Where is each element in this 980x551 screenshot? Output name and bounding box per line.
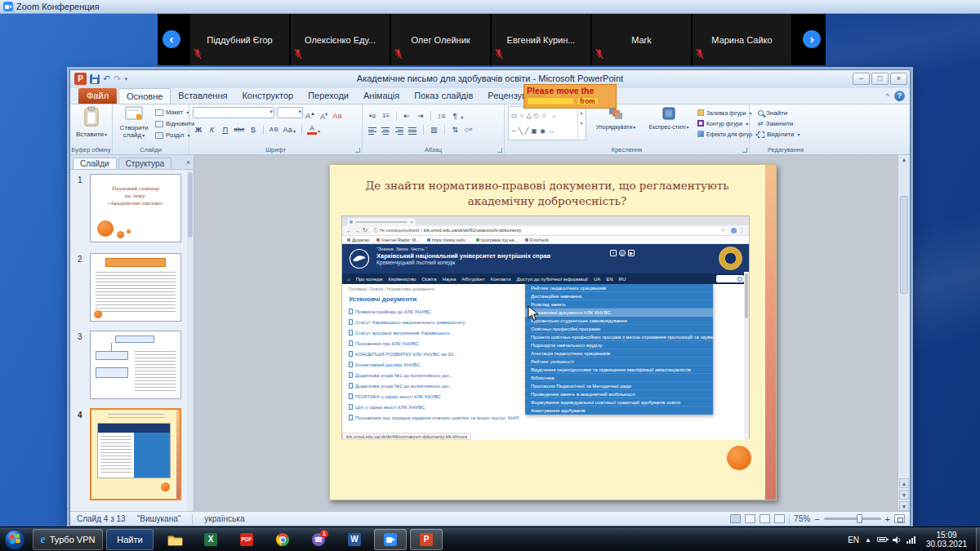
tab-file[interactable]: Файл xyxy=(78,88,117,104)
indent-decrease-button[interactable]: ⇤ xyxy=(402,112,412,120)
zoom-slider[interactable] xyxy=(824,518,881,520)
tab-design[interactable]: Конструктор xyxy=(234,88,301,104)
shapes-gallery[interactable]: ▭○△◇☆→ ─╲╱▣◉↔ ▴▾ xyxy=(508,106,586,140)
tab-insert[interactable]: Вставлення xyxy=(171,88,234,104)
tab-slideshow[interactable]: Показ слайдів xyxy=(407,88,480,104)
taskbar-pdf-button[interactable]: PDF xyxy=(230,529,263,550)
taskbar-zoom-button[interactable] xyxy=(374,529,407,550)
scrollbar-thumb[interactable] xyxy=(900,196,908,294)
shape-icon[interactable]: ▭ xyxy=(511,108,518,123)
font-color-button[interactable]: А xyxy=(307,125,317,135)
ppt-titlebar[interactable]: P ↶ ↷ ▾ Академічне письмо для здобувачів… xyxy=(70,70,910,88)
arrange-button[interactable]: Упорядкувати▾ xyxy=(590,107,642,131)
shape-icon[interactable]: △ xyxy=(526,108,531,123)
tab-animations[interactable]: Анімація xyxy=(356,88,407,104)
taskbar-excel-button[interactable]: X xyxy=(194,529,227,550)
smartart-convert-button[interactable]: ◇≡ xyxy=(464,127,474,133)
maximize-button[interactable]: □ xyxy=(871,73,889,85)
italic-button[interactable]: К xyxy=(207,126,216,134)
help-icon[interactable]: ? xyxy=(894,91,905,101)
taskbar-viber-button[interactable]: ☎1 xyxy=(302,529,335,550)
next-slide-button[interactable]: ▼ xyxy=(899,490,909,500)
slide-thumbnail-2[interactable] xyxy=(90,253,181,322)
align-text-button[interactable]: ⇅ xyxy=(450,126,460,134)
slide[interactable]: Де знайти нормативно-правові документи, … xyxy=(329,164,777,500)
shape-effects-button[interactable]: Ефекти для фігур▾ xyxy=(697,131,758,137)
taskbar-vpn-button[interactable]: e Турбо VPN xyxy=(33,529,103,550)
shape-icon[interactable]: ↔ xyxy=(548,123,555,139)
browser-screenshot[interactable]: × ← → ↻ ⓘ Не конфіденційний | krk.univd.… xyxy=(341,216,750,439)
bold-button[interactable]: Ж xyxy=(194,126,203,134)
taskbar-chrome-button[interactable] xyxy=(266,529,299,550)
font-size-select[interactable] xyxy=(277,107,303,118)
character-spacing-button[interactable]: АВ xyxy=(270,126,279,133)
pane-tab-slides[interactable]: Слайди xyxy=(73,158,117,169)
strikethrough-button[interactable]: abc xyxy=(234,126,244,133)
participant-tile[interactable]: Олексієнко Еду... xyxy=(291,14,390,65)
zoom-in-button[interactable]: + xyxy=(885,514,890,524)
zoom-level[interactable]: 75% xyxy=(794,514,810,523)
grow-font-button[interactable]: А▲ xyxy=(305,111,315,120)
scroll-up-icon[interactable]: ▲ xyxy=(898,155,910,162)
line-spacing-button[interactable]: ↕≡ xyxy=(437,112,447,120)
quick-styles-button[interactable]: Експрес-стилі▾ xyxy=(644,107,694,131)
zoom-slider-thumb[interactable] xyxy=(857,514,862,523)
show-desktop-button[interactable] xyxy=(976,527,980,551)
slide-thumbnail-3[interactable] xyxy=(90,331,181,399)
prev-participants-button[interactable]: ‹ xyxy=(163,30,180,48)
indent-increase-button[interactable]: ⇥ xyxy=(416,112,425,120)
taskbar-search-button[interactable]: Найти xyxy=(106,529,154,550)
close-button[interactable]: × xyxy=(890,73,907,85)
slide-thumbnail-1[interactable]: Науковий семінар на тему: «Академічне пи… xyxy=(90,174,181,242)
participant-tile[interactable]: Піддубний Єгор xyxy=(190,14,289,65)
pane-scrollbar[interactable] xyxy=(187,170,194,511)
battery-icon[interactable] xyxy=(877,537,887,542)
slide-title[interactable]: Де знайти нормативно-правові документи, … xyxy=(348,178,746,209)
slide-canvas[interactable]: Де знайти нормативно-правові документи, … xyxy=(194,155,898,511)
replace-button[interactable]: ⇄Замінити xyxy=(758,120,793,127)
zoom-out-button[interactable]: − xyxy=(814,514,819,524)
next-participants-button[interactable]: › xyxy=(803,30,821,48)
start-button[interactable] xyxy=(4,529,25,551)
reading-view-button[interactable] xyxy=(760,514,770,523)
slide-thumbnail-4[interactable] xyxy=(90,408,181,500)
slide-sorter-button[interactable] xyxy=(745,514,755,523)
shape-icon[interactable]: → xyxy=(550,108,556,123)
shape-icon[interactable]: ☆ xyxy=(541,108,547,123)
network-icon[interactable] xyxy=(906,536,915,544)
layout-button[interactable]: Макет▾ xyxy=(155,109,189,116)
new-slide-button[interactable]: Створити слайд▾ xyxy=(114,106,154,140)
shapes-scrollbar[interactable]: ▴▾ xyxy=(577,108,585,139)
language-indicator[interactable]: EN xyxy=(848,535,859,544)
pane-tab-outline[interactable]: Структура xyxy=(118,158,172,169)
shape-icon[interactable]: ◉ xyxy=(540,123,546,139)
numbering-button[interactable]: 1≡ xyxy=(381,112,390,119)
participant-tile[interactable]: Mark xyxy=(592,14,691,65)
shrink-font-button[interactable]: А▾ xyxy=(318,111,328,121)
participant-tile[interactable]: Олег Олейник xyxy=(391,14,490,65)
align-center-button[interactable] xyxy=(381,126,390,134)
select-button[interactable]: Виділити▾ xyxy=(758,131,800,138)
normal-view-button[interactable] xyxy=(730,514,741,523)
section-button[interactable]: Розділ▾ xyxy=(155,131,189,139)
reset-button[interactable]: Відновити xyxy=(155,120,194,127)
taskbar-powerpoint-button[interactable]: P xyxy=(410,529,443,550)
underline-button[interactable]: П xyxy=(220,126,230,134)
align-right-button[interactable] xyxy=(394,126,404,134)
columns-button[interactable]: ▥ xyxy=(429,126,439,134)
taskbar-word-button[interactable]: W xyxy=(338,529,371,550)
pane-close-icon[interactable]: × xyxy=(186,158,190,167)
taskbar-explorer-button[interactable] xyxy=(158,529,191,550)
justify-button[interactable] xyxy=(408,126,417,134)
shape-icon[interactable]: ▣ xyxy=(531,123,537,139)
fit-to-window-button[interactable] xyxy=(894,514,905,523)
previous-slide-button[interactable]: ▲ xyxy=(899,478,909,488)
shape-icon[interactable]: ╱ xyxy=(525,123,529,139)
status-language[interactable]: українська xyxy=(204,514,244,523)
tab-transitions[interactable]: Переходи xyxy=(301,88,356,104)
slideshow-button[interactable] xyxy=(774,514,785,523)
shape-outline-button[interactable]: Контур фігури▾ xyxy=(697,120,748,127)
text-direction-button[interactable]: ¶ xyxy=(450,112,460,120)
canvas-scrollbar[interactable]: ▲ ▲ ▼ ▼ xyxy=(898,155,910,511)
font-name-select[interactable] xyxy=(193,107,274,118)
